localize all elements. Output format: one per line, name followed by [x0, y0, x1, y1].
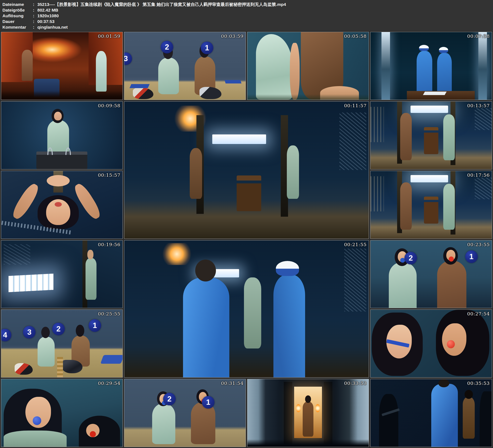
video-thumbnail-00-07-58: 00:07:58: [370, 32, 492, 100]
timestamp-label: 00:21:55: [344, 242, 367, 247]
scene-layer: [438, 379, 449, 387]
scene-layer: [431, 384, 458, 447]
scene-layer: [442, 323, 466, 356]
video-thumbnail-00-17-56: 00:17:56: [370, 171, 492, 239]
scene-layer: [191, 402, 215, 444]
scene-layer: [247, 94, 369, 100]
scene-layer: [38, 337, 55, 366]
file-info-label: Dateigröße: [2, 7, 33, 13]
contact-sheet: { "header": { "separator": ":", "rows": …: [0, 0, 493, 448]
file-info-row-dateigroesse: Dateigröße:802.42 MB: [2, 7, 493, 13]
scene-layer: [152, 403, 175, 444]
scene-layer: [475, 108, 492, 130]
scene-layer: [1, 91, 123, 100]
video-thumbnail-00-21-55: 00:21:55: [124, 240, 369, 378]
timestamp-label: 00:31:54: [221, 381, 244, 386]
scene-layer: [54, 112, 62, 120]
scene-layer: [256, 34, 292, 100]
scene-layer: [424, 127, 438, 154]
timestamp-label: 00:07:58: [467, 34, 490, 39]
scene-layer: [273, 275, 305, 377]
timestamp-label: 00:11:57: [344, 103, 367, 108]
file-info-label: Dauer: [2, 19, 33, 24]
file-size-value: 802.42 MB: [37, 8, 58, 12]
number-badge: 4: [1, 329, 11, 341]
scene-layer: [400, 113, 412, 160]
scene-layer: [86, 258, 97, 300]
scene-layer: [437, 260, 466, 308]
file-info-row-kommentar: Kommentar:qinglanhua.net: [2, 24, 493, 30]
scene-layer: [370, 107, 384, 142]
scene-layer: [79, 416, 120, 447]
scene-layer: [9, 274, 53, 292]
file-info-label: Kommentar: [2, 24, 33, 30]
video-thumbnail-00-03-59: 32100:03:59: [124, 32, 246, 100]
scene-layer: [290, 43, 300, 100]
video-thumbnail-00-09-58: 00:09:58: [1, 101, 123, 169]
scene-layer: [158, 58, 179, 94]
scene-layer: [296, 404, 301, 412]
scene-layer: [276, 261, 299, 276]
thumbnail-grid: 00:01:5932100:03:5900:05:5800:07:5800:09…: [0, 31, 493, 448]
video-thumbnail-00-33-53: 00:33:53: [247, 379, 369, 447]
scene-layer: [447, 340, 455, 348]
resolution-value: 1920x1080: [37, 13, 59, 18]
scene-layer: [411, 106, 448, 113]
scene-layer: [4, 431, 67, 447]
number-badge: 1: [202, 396, 214, 409]
scene-layer: [10, 181, 41, 221]
number-badge: 1: [201, 42, 213, 54]
file-info-separator: :: [33, 13, 37, 19]
timestamp-label: 00:05:58: [344, 34, 367, 39]
timestamp-label: 00:09:58: [98, 103, 121, 108]
video-thumbnail-00-15-57: 00:15:57: [1, 171, 123, 239]
scene-layer: [305, 395, 311, 403]
number-badge: 3: [124, 52, 132, 65]
scene-layer: [200, 87, 221, 99]
timestamp-label: 00:35:53: [467, 381, 490, 386]
scene-layer: [237, 176, 261, 211]
video-thumbnail-00-05-58: 00:05:58: [247, 32, 369, 100]
timestamp-label: 00:33:53: [344, 381, 367, 386]
number-badge: 2: [163, 393, 176, 405]
scene-layer: [96, 51, 107, 92]
scene-layer: [439, 47, 448, 53]
scene-layer: [15, 363, 33, 375]
timestamp-label: 00:13:57: [467, 103, 490, 108]
scene-layer: [22, 50, 33, 81]
scene-layer: [389, 262, 417, 308]
file-info-row-dateiname: Dateiname:35213----【胜景影视】五集连续剧《陷入魔窟的卧底 》…: [2, 2, 493, 7]
scene-layer: [190, 148, 202, 199]
number-badge: 2: [52, 323, 65, 335]
file-info-header: Dateiname:35213----【胜景影视】五集连续剧《陷入魔窟的卧底 》…: [0, 0, 493, 31]
number-badge: 3: [23, 326, 35, 338]
video-thumbnail-00-27-54: 00:27:54: [370, 310, 492, 378]
scene-layer: [224, 80, 241, 83]
video-thumbnail-00-23-55: 2100:23:55: [370, 240, 492, 308]
duration-value: 00:37:53: [37, 19, 55, 24]
scene-layer: [284, 382, 292, 444]
scene-layer: [41, 327, 50, 338]
timestamp-label: 00:15:57: [98, 172, 121, 178]
file-info-separator: :: [33, 7, 37, 13]
scene-layer: [4, 244, 30, 265]
timestamp-label: 00:25:55: [98, 311, 121, 316]
scene-layer: [400, 182, 412, 230]
scene-layer: [244, 277, 261, 349]
number-badge: 1: [89, 319, 101, 332]
scene-layer: [463, 397, 475, 439]
timestamp-label: 00:27:54: [467, 311, 490, 316]
scene-layer: [465, 390, 473, 399]
scene-layer: [424, 197, 438, 224]
scene-layer: [90, 431, 96, 437]
scene-layer: [129, 84, 149, 88]
scene-layer: [133, 88, 153, 99]
scene-layer: [212, 134, 266, 144]
scene-layer: [76, 325, 84, 337]
scene-layer: [87, 250, 93, 259]
scene-layer: [100, 355, 123, 364]
scene-layer: [47, 175, 70, 187]
scene-layer: [303, 402, 314, 437]
video-thumbnail-00-19-56: 00:19:56: [1, 240, 123, 308]
video-thumbnail-00-13-57: 00:13:57: [370, 101, 492, 169]
